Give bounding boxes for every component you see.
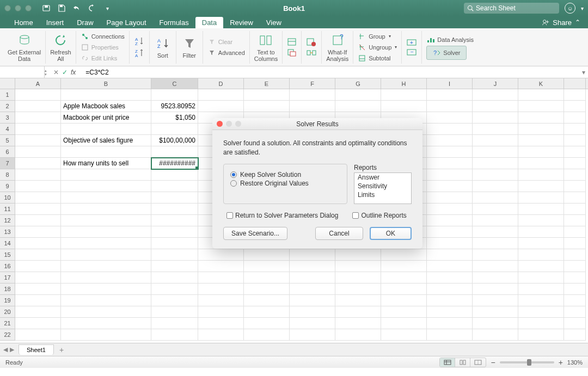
cell-K7[interactable] <box>518 158 564 169</box>
cell-D15[interactable] <box>198 249 244 261</box>
col-header-H[interactable]: H <box>381 78 427 89</box>
cell-I22[interactable] <box>427 329 473 341</box>
cell-G1[interactable] <box>335 89 381 101</box>
cell-C2[interactable]: 9523.80952 <box>151 101 198 112</box>
cell-J4[interactable] <box>473 124 518 135</box>
col-header-G[interactable]: G <box>335 78 381 89</box>
normal-view-button[interactable] <box>440 358 455 367</box>
row-header-22[interactable]: 22 <box>0 329 15 341</box>
cell-E2[interactable] <box>244 101 290 112</box>
cell-J8[interactable] <box>473 169 518 181</box>
cell-C10[interactable] <box>151 192 198 204</box>
cell-J18[interactable] <box>473 283 518 295</box>
maximize-window-icon[interactable] <box>25 5 32 11</box>
cell-K15[interactable] <box>518 249 564 261</box>
cell-I15[interactable] <box>427 249 473 261</box>
cell-K22[interactable] <box>518 329 564 341</box>
cell-I2[interactable] <box>427 101 473 112</box>
data-validation-button[interactable] <box>306 37 317 47</box>
cell-F21[interactable] <box>290 318 335 329</box>
cell-B9[interactable] <box>61 181 151 192</box>
cell-L17[interactable] <box>564 272 586 283</box>
cell-G15[interactable] <box>335 249 381 261</box>
cell-K21[interactable] <box>518 318 564 329</box>
flash-fill-button[interactable] <box>287 37 297 47</box>
cell-G2[interactable] <box>335 101 381 112</box>
data-analysis-button[interactable]: Data Analysis <box>426 35 474 45</box>
cell-D22[interactable] <box>198 329 244 341</box>
cell-E1[interactable] <box>244 89 290 101</box>
cell-C8[interactable] <box>151 169 198 181</box>
cell-I10[interactable] <box>427 192 473 204</box>
cell-H21[interactable] <box>381 318 427 329</box>
ok-button[interactable]: OK <box>370 227 412 240</box>
cell-J22[interactable] <box>473 329 518 341</box>
cell-E16[interactable] <box>244 261 290 272</box>
cell-J15[interactable] <box>473 249 518 261</box>
select-all-corner[interactable] <box>0 78 15 89</box>
cell-J5[interactable] <box>473 135 518 146</box>
cell-C4[interactable] <box>151 124 198 135</box>
cell-B19[interactable] <box>61 295 151 306</box>
cell-H2[interactable] <box>381 101 427 112</box>
cell-B15[interactable] <box>61 249 151 261</box>
cell-L19[interactable] <box>564 295 586 306</box>
dialog-close-icon[interactable] <box>217 121 223 127</box>
col-header-overflow[interactable] <box>564 78 586 89</box>
col-header-B[interactable]: B <box>61 78 151 89</box>
cell-I5[interactable] <box>427 135 473 146</box>
ungroup-button[interactable]: Ungroup▾ <box>358 42 397 52</box>
col-header-A[interactable]: A <box>15 78 61 89</box>
cell-I17[interactable] <box>427 272 473 283</box>
row-header-7[interactable]: 7 <box>0 158 15 169</box>
cell-C17[interactable] <box>151 272 198 283</box>
show-detail-button[interactable]: + <box>406 38 417 47</box>
cell-C12[interactable] <box>151 215 198 226</box>
cell-A9[interactable] <box>15 181 61 192</box>
cell-K6[interactable] <box>518 146 564 158</box>
cell-A16[interactable] <box>15 261 61 272</box>
cell-B6[interactable] <box>61 146 151 158</box>
cell-H19[interactable] <box>381 295 427 306</box>
cell-G21[interactable] <box>335 318 381 329</box>
cell-K3[interactable] <box>518 112 564 124</box>
cell-C13[interactable] <box>151 226 198 238</box>
share-button[interactable]: Share <box>553 19 572 27</box>
cell-J12[interactable] <box>473 215 518 226</box>
cell-L6[interactable] <box>564 146 586 158</box>
col-header-E[interactable]: E <box>244 78 290 89</box>
filter-button[interactable]: Filter <box>181 36 198 59</box>
restore-values-radio[interactable]: Restore Original Values <box>230 180 340 187</box>
cell-L9[interactable] <box>564 181 586 192</box>
cell-F2[interactable] <box>290 101 335 112</box>
cell-F19[interactable] <box>290 295 335 306</box>
cell-A22[interactable] <box>15 329 61 341</box>
close-window-icon[interactable] <box>4 5 11 11</box>
cell-C16[interactable] <box>151 261 198 272</box>
row-header-2[interactable]: 2 <box>0 101 15 112</box>
cell-L15[interactable] <box>564 249 586 261</box>
col-header-D[interactable]: D <box>198 78 244 89</box>
cell-D16[interactable] <box>198 261 244 272</box>
cell-A1[interactable] <box>15 89 61 101</box>
cell-B1[interactable] <box>61 89 151 101</box>
tab-data[interactable]: Data <box>195 17 223 28</box>
text-to-columns-button[interactable]: Text to Columns <box>254 33 278 62</box>
cell-I9[interactable] <box>427 181 473 192</box>
save-icon[interactable] <box>57 3 66 13</box>
cell-B14[interactable] <box>61 238 151 249</box>
reports-list[interactable]: Answer Sensitivity Limits <box>354 172 412 204</box>
report-limits[interactable]: Limits <box>354 190 411 199</box>
cell-K2[interactable] <box>518 101 564 112</box>
cell-D1[interactable] <box>198 89 244 101</box>
connections-button[interactable]: Connections <box>81 32 125 41</box>
cell-F1[interactable] <box>290 89 335 101</box>
cell-C1[interactable] <box>151 89 198 101</box>
cell-E20[interactable] <box>244 306 290 318</box>
cell-E17[interactable] <box>244 272 290 283</box>
tab-draw[interactable]: Draw <box>70 17 100 28</box>
cell-K8[interactable] <box>518 169 564 181</box>
cell-A7[interactable] <box>15 158 61 169</box>
row-header-10[interactable]: 10 <box>0 192 15 204</box>
outline-reports-checkbox[interactable]: Outline Reports <box>352 212 406 219</box>
